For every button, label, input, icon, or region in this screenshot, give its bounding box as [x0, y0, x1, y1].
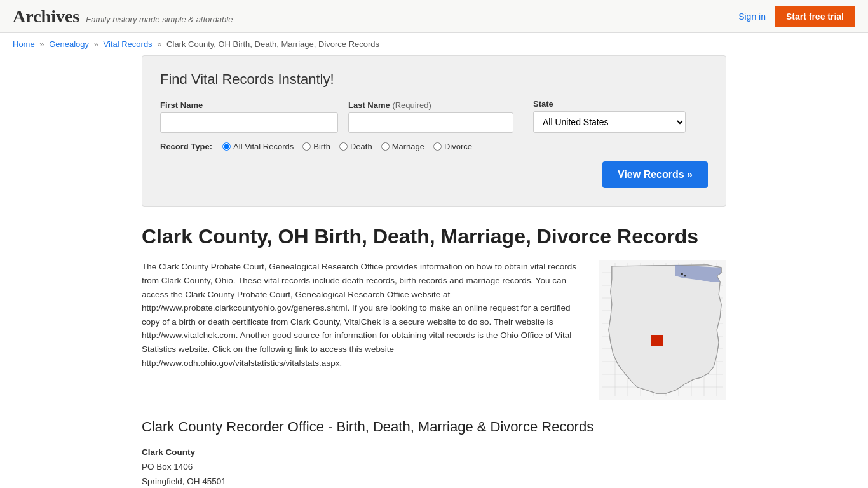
- radio-marriage-label: Marriage: [392, 142, 424, 151]
- clark-county-highlight: [651, 335, 663, 346]
- state-label: State: [533, 99, 708, 109]
- radio-divorce[interactable]: Divorce: [433, 142, 472, 151]
- logo-tagline: Family history made simple & affordable: [86, 15, 233, 24]
- breadcrumb-sep1: »: [39, 39, 44, 49]
- sign-in-link[interactable]: Sign in: [738, 11, 766, 22]
- record-type-options: All Vital Records Birth Death Marriage D…: [222, 142, 472, 151]
- first-name-input[interactable]: [160, 112, 338, 133]
- header-left: Archives Family history made simple & af…: [13, 6, 233, 27]
- search-fields: First Name Last Name (Required) State Al…: [160, 99, 708, 133]
- sub-section-title: Clark County Recorder Office - Birth, De…: [142, 419, 726, 435]
- search-box: Find Vital Records Instantly! First Name…: [142, 55, 726, 207]
- last-name-group: Last Name (Required): [348, 100, 523, 133]
- radio-death-label: Death: [350, 142, 372, 151]
- cleveland-dot: [681, 273, 683, 275]
- page-title: Clark County, OH Birth, Death, Marriage,…: [142, 224, 726, 248]
- article-text: The Clark County Probate Court, Genealog…: [142, 260, 584, 400]
- first-name-group: First Name: [160, 100, 338, 133]
- search-actions: View Records »: [160, 161, 708, 188]
- breadcrumb-current: Clark County, OH Birth, Death, Marriage,…: [166, 39, 379, 49]
- breadcrumb: Home » Genealogy » Vital Records » Clark…: [0, 33, 868, 55]
- ohio-fill: [609, 265, 721, 393]
- radio-all-label: All Vital Records: [233, 142, 294, 151]
- article-section: The Clark County Probate Court, Genealog…: [142, 260, 726, 400]
- ohio-map: [599, 260, 726, 400]
- view-records-button[interactable]: View Records »: [602, 161, 708, 188]
- article-paragraph: The Clark County Probate Court, Genealog…: [142, 260, 584, 370]
- city-dot-2: [684, 275, 686, 277]
- last-name-label: Last Name (Required): [348, 100, 523, 110]
- state-group: State All United States Alabama Alaska A…: [533, 99, 708, 133]
- header-right: Sign in Start free trial: [738, 6, 855, 27]
- breadcrumb-genealogy[interactable]: Genealogy: [49, 39, 89, 49]
- logo: Archives: [13, 6, 79, 27]
- county-info: Clark County PO Box 1406 Springfield, OH…: [142, 445, 726, 488]
- radio-marriage-input[interactable]: [381, 142, 390, 151]
- county-po-box: PO Box 1406: [142, 460, 726, 475]
- required-label: (Required): [392, 100, 431, 110]
- breadcrumb-vital-records[interactable]: Vital Records: [104, 39, 153, 49]
- start-trial-button[interactable]: Start free trial: [775, 6, 855, 27]
- radio-birth[interactable]: Birth: [302, 142, 330, 151]
- breadcrumb-home[interactable]: Home: [13, 39, 35, 49]
- breadcrumb-sep3: »: [157, 39, 161, 49]
- record-type-row: Record Type: All Vital Records Birth Dea…: [160, 142, 708, 151]
- radio-death-input[interactable]: [339, 142, 348, 151]
- record-type-label: Record Type:: [160, 142, 212, 151]
- radio-all-vital[interactable]: All Vital Records: [222, 142, 294, 151]
- radio-marriage[interactable]: Marriage: [381, 142, 424, 151]
- first-name-label: First Name: [160, 100, 338, 110]
- county-city: Springfield, OH 45501: [142, 475, 726, 488]
- county-name: Clark County: [142, 445, 726, 460]
- ohio-map-svg: [599, 260, 726, 400]
- radio-all-input[interactable]: [222, 142, 231, 151]
- header: Archives Family history made simple & af…: [0, 0, 868, 33]
- radio-birth-label: Birth: [313, 142, 330, 151]
- state-select[interactable]: All United States Alabama Alaska Arizona…: [533, 111, 686, 133]
- radio-divorce-label: Divorce: [444, 142, 472, 151]
- search-title: Find Vital Records Instantly!: [160, 71, 708, 88]
- breadcrumb-sep2: »: [94, 39, 98, 49]
- radio-divorce-input[interactable]: [433, 142, 442, 151]
- main-content: Find Vital Records Instantly! First Name…: [129, 55, 739, 488]
- radio-birth-input[interactable]: [302, 142, 311, 151]
- radio-death[interactable]: Death: [339, 142, 372, 151]
- last-name-input[interactable]: [348, 112, 513, 133]
